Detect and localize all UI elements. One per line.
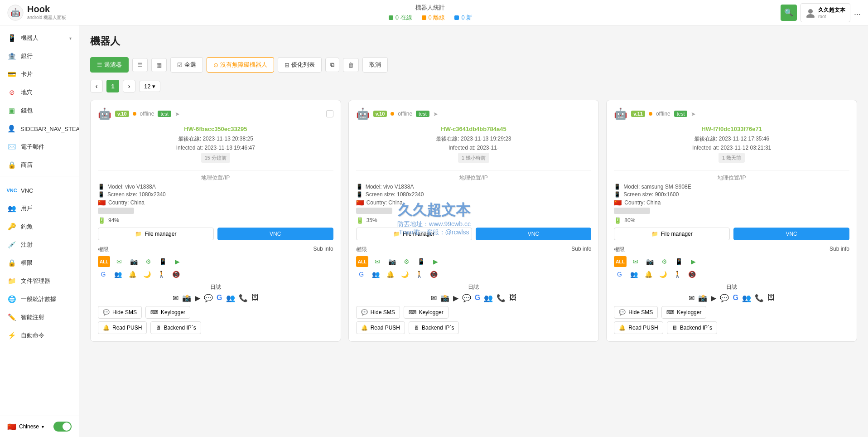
sidebar-label-stealer: SIDEBAR_NAV_STEALER [20,126,79,132]
screen-perm-icon-2: 📷 [386,256,397,267]
grid-view-button[interactable]: ▦ [151,58,167,72]
copy-button[interactable]: ⧉ [325,58,339,72]
server-icon-1: 🖥 [155,325,161,331]
read-push-button-1[interactable]: 🔔 Read PUSH [98,321,147,334]
page-size-selector[interactable]: 12 ▾ [139,81,160,92]
file-manager-label-1: File manager [145,231,176,237]
mail-log-icon-1: ✉ [173,294,178,302]
keylogger-button-1[interactable]: ⌨ Keylogger [145,306,190,319]
hide-sms-button-1[interactable]: 💬 Hide SMS [98,306,142,319]
file-manager-button-1[interactable]: 📁 File manager [98,228,214,240]
perms-icons-row2-1: G 👥 🔔 🌙 🚶 📵 [98,269,333,280]
optimize-list-button[interactable]: ⊞ 優化列表 [278,57,322,73]
sidebar-label-perms: 權限 [21,259,72,267]
sidebar-item-inject[interactable]: 💉 注射 [0,236,79,254]
sidebar-item-filemanager[interactable]: 📁 文件管理器 [0,272,79,290]
theme-toggle[interactable] [53,422,72,432]
backend-ip-button-1[interactable]: 🖥 Backend IP`s [150,321,201,334]
file-manager-button-3[interactable]: 📁 File manager [614,228,730,240]
card-checkbox-1[interactable] [326,110,333,117]
mobile-perm-icon-3: 📵 [686,269,697,280]
send-icon-3[interactable]: ➤ [691,111,696,117]
ip-address-2 [356,208,392,214]
settings-perm-icon-1: ⚙ [143,256,154,267]
hide-sms-button-3[interactable]: 💬 Hide SMS [614,306,658,319]
image-log-icon-1: 🖼 [251,294,259,302]
sidebar-item-stealer[interactable]: 👤 SIDEBAR_NAV_STEALER [0,120,79,138]
android-icon-1: 🤖 [98,107,111,120]
logs-label-1: 日誌 [98,283,333,291]
delete-button[interactable]: 🗑 [343,58,359,72]
sidebar-item-perms[interactable]: 🔒 權限 [0,254,79,272]
walk-perm-icon-2: 🚶 [414,269,425,280]
checkbox-icon: ☑ [177,62,183,68]
flag-icon-3: 🇨🇳 [614,199,622,206]
user-menu[interactable]: 久久超文本 root [800,3,850,22]
select-all-button[interactable]: ☑ 全選 [170,57,203,73]
backend-ip-button-3[interactable]: 🖥 Backend IP`s [667,321,717,334]
hide-sms-label-1: Hide SMS [112,309,137,316]
sidebar-item-users[interactable]: 👥 用戶 [0,199,79,218]
sidebar-item-robot[interactable]: 📱 機器人 ▾ [0,29,79,47]
google-log-icon-1: G [217,294,222,302]
card-2-actions: 📁 File manager VNC [356,228,592,240]
sidebar-item-smartinject[interactable]: ✏️ 智能注射 [0,308,79,326]
cancel-button[interactable]: 取消 [362,57,388,73]
sidebar-item-vnc[interactable]: VNC VNC [0,181,79,199]
perms-header-1: 權限 Sub info [98,246,333,253]
android-icon-2: 🤖 [356,107,370,120]
sidebar-item-bank[interactable]: 🏦 銀行 [0,47,79,65]
toolbar: ☰ 過濾器 ☰ ▦ ☑ 全選 ⊙ 沒有無障礙機器人 ⊞ 優化列表 ⧉ [90,57,857,73]
language-arrow-icon: ▾ [42,424,44,429]
sidebar-item-pit[interactable]: ⊘ 地穴 [0,83,79,102]
read-push-button-2[interactable]: 🔔 Read PUSH [356,321,405,334]
logs-section-3: 日誌 ✉ 📸 ▶ 💬 G 👥 📞 🖼 [614,283,849,302]
sidebar-item-email[interactable]: ✉️ 電子郵件 [0,138,79,156]
no-obstacle-button[interactable]: ⊙ 沒有無障礙機器人 [207,57,274,73]
vnc-button-1[interactable]: VNC [217,228,333,240]
perms-section-3: 權限 Sub info ALL ✉ 📷 ⚙ 📱 ▶ G 👥 🔔 [614,246,849,280]
search-button[interactable]: 🔍 [781,5,797,21]
sidebar-label-inject: 注射 [21,241,72,249]
send-icon-1[interactable]: ➤ [175,111,180,117]
filter-button[interactable]: ☰ 過濾器 [90,57,129,73]
online-icon [388,15,394,20]
page-next-button[interactable]: › [123,80,135,92]
vnc-button-2[interactable]: VNC [476,228,592,240]
stat-offline: 0 離線 [421,14,445,22]
language-selector[interactable]: 🇨🇳 Chinese ▾ [7,422,44,431]
sidebar-item-card[interactable]: 💳 卡片 [0,65,79,83]
sidebar-item-wallet[interactable]: ▣ 錢包 [0,102,79,120]
page-prev-button[interactable]: ‹ [90,80,103,92]
list-view-button[interactable]: ☰ [132,58,148,72]
backend-ip-button-2[interactable]: 🖥 Backend IP`s [409,321,459,334]
sidebar-item-shop[interactable]: 🔒 商店 [0,156,79,174]
device-name-1: HW-6fbacc350ec33295 [184,126,247,132]
keylogger-button-2[interactable]: ⌨ Keylogger [404,306,448,319]
vnc-button-3[interactable]: VNC [733,228,849,240]
send-icon-2[interactable]: ➤ [433,111,438,117]
contacts-perm-icon-3: 👥 [628,269,639,280]
battery-3: 🔋 80% [614,217,849,224]
read-push-button-3[interactable]: 🔔 Read PUSH [614,321,663,334]
sidebar-footer: 🇨🇳 Chinese ▾ [0,416,79,437]
keylogger-button-3[interactable]: ⌨ Keylogger [661,306,706,319]
shop-icon: 🔒 [7,160,16,170]
perms-icon: 🔒 [7,258,16,267]
file-manager-button-2[interactable]: 📁 File manager [356,228,472,240]
perms-label-3: 權限 [614,246,625,253]
app-name-block: Hook android 機器人面板 [27,4,66,21]
keylogger-label-2: Keylogger [419,309,444,316]
sidebar-label-robot: 機器人 [21,34,65,42]
more-options-button[interactable]: ... [854,8,861,17]
sidebar-item-fishing[interactable]: 🔑 釣魚 [0,218,79,236]
camera-log-icon-2: 📸 [440,294,449,302]
sidebar-label-users: 用戶 [21,204,72,213]
sidebar-item-stats[interactable]: 🌐 一般統計數據 [0,290,79,308]
no-obstacle-label: 沒有無障礙機器人 [220,61,267,69]
sidebar-item-autocommand[interactable]: ⚡ 自動命令 [0,326,79,345]
device-specs-2: 📱 Model: vivo V1838A 📱 Screen size: 1080… [356,184,592,214]
hide-sms-button-2[interactable]: 💬 Hide SMS [356,306,400,319]
settings-perm-icon-2: ⚙ [401,256,412,267]
sms-log-icon-1: 💬 [204,294,213,302]
